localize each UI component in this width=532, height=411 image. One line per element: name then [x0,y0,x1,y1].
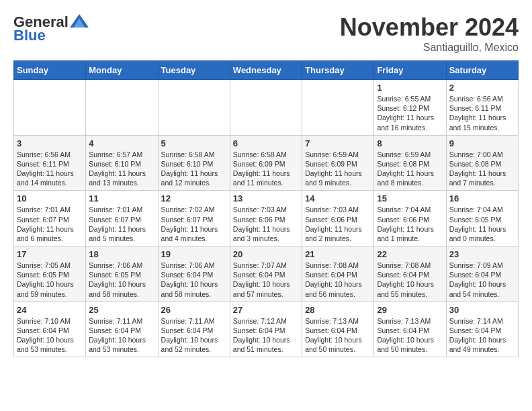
calendar-cell [86,80,158,136]
day-number: 27 [233,305,299,315]
calendar-cell: 11Sunrise: 7:01 AM Sunset: 6:07 PM Dayli… [86,191,158,246]
day-number: 4 [89,138,154,148]
day-info: Sunrise: 7:09 AM Sunset: 6:04 PM Dayligh… [449,261,515,299]
calendar-cell: 13Sunrise: 7:03 AM Sunset: 6:06 PM Dayli… [230,191,302,246]
title-block: November 2024 Santiaguillo, Mexico [340,13,519,54]
day-info: Sunrise: 7:06 AM Sunset: 6:04 PM Dayligh… [161,261,227,299]
day-number: 19 [161,249,227,259]
day-info: Sunrise: 6:58 AM Sunset: 6:09 PM Dayligh… [233,150,299,188]
calendar-week-row: 24Sunrise: 7:10 AM Sunset: 6:04 PM Dayli… [14,302,519,357]
day-info: Sunrise: 7:10 AM Sunset: 6:04 PM Dayligh… [17,316,83,355]
calendar-cell: 27Sunrise: 7:12 AM Sunset: 6:04 PM Dayli… [230,302,302,357]
calendar-cell: 28Sunrise: 7:13 AM Sunset: 6:04 PM Dayli… [302,302,374,357]
calendar-header-friday: Friday [374,61,446,80]
calendar-table: SundayMondayTuesdayWednesdayThursdayFrid… [13,60,519,357]
day-info: Sunrise: 7:08 AM Sunset: 6:04 PM Dayligh… [305,261,371,299]
day-number: 9 [449,138,515,148]
day-info: Sunrise: 6:59 AM Sunset: 6:08 PM Dayligh… [377,150,443,188]
calendar-cell: 30Sunrise: 7:14 AM Sunset: 6:04 PM Dayli… [446,302,518,357]
day-info: Sunrise: 6:58 AM Sunset: 6:10 PM Dayligh… [161,150,227,188]
calendar-cell: 20Sunrise: 7:07 AM Sunset: 6:04 PM Dayli… [230,246,302,302]
day-number: 8 [377,138,443,148]
day-number: 24 [17,305,83,315]
day-number: 15 [377,193,443,203]
day-info: Sunrise: 7:01 AM Sunset: 6:07 PM Dayligh… [17,205,83,243]
calendar-header-row: SundayMondayTuesdayWednesdayThursdayFrid… [14,61,519,80]
calendar-cell: 16Sunrise: 7:04 AM Sunset: 6:05 PM Dayli… [446,191,518,246]
day-number: 21 [305,249,371,259]
calendar-cell [302,80,374,136]
day-info: Sunrise: 7:01 AM Sunset: 6:07 PM Dayligh… [89,205,154,243]
calendar-cell: 14Sunrise: 7:03 AM Sunset: 6:06 PM Dayli… [302,191,374,246]
calendar-cell: 6Sunrise: 6:58 AM Sunset: 6:09 PM Daylig… [230,135,302,191]
day-number: 28 [305,305,371,315]
calendar-cell: 21Sunrise: 7:08 AM Sunset: 6:04 PM Dayli… [302,246,374,302]
day-info: Sunrise: 7:03 AM Sunset: 6:06 PM Dayligh… [305,205,371,243]
calendar-cell: 24Sunrise: 7:10 AM Sunset: 6:04 PM Dayli… [14,302,86,357]
day-number: 6 [233,138,299,148]
calendar-week-row: 10Sunrise: 7:01 AM Sunset: 6:07 PM Dayli… [14,191,519,246]
calendar-cell: 26Sunrise: 7:11 AM Sunset: 6:04 PM Dayli… [158,302,230,357]
logo-blue-text: Blue [13,27,46,44]
calendar-cell: 3Sunrise: 6:56 AM Sunset: 6:11 PM Daylig… [14,135,86,191]
day-info: Sunrise: 6:55 AM Sunset: 6:12 PM Dayligh… [377,94,443,132]
location-subtitle: Santiaguillo, Mexico [340,42,519,54]
calendar-cell: 19Sunrise: 7:06 AM Sunset: 6:04 PM Dayli… [158,246,230,302]
day-info: Sunrise: 7:12 AM Sunset: 6:04 PM Dayligh… [233,316,299,355]
day-info: Sunrise: 7:11 AM Sunset: 6:04 PM Dayligh… [161,316,227,355]
day-info: Sunrise: 7:00 AM Sunset: 6:08 PM Dayligh… [449,150,515,188]
day-info: Sunrise: 7:03 AM Sunset: 6:06 PM Dayligh… [233,205,299,243]
page-header: General Blue November 2024 Santiaguillo,… [13,13,519,54]
calendar-header-tuesday: Tuesday [158,61,230,80]
day-info: Sunrise: 6:56 AM Sunset: 6:11 PM Dayligh… [449,94,515,132]
day-number: 29 [377,305,443,315]
calendar-cell: 7Sunrise: 6:59 AM Sunset: 6:09 PM Daylig… [302,135,374,191]
calendar-cell: 2Sunrise: 6:56 AM Sunset: 6:11 PM Daylig… [446,80,518,136]
day-number: 13 [233,193,299,203]
calendar-cell: 8Sunrise: 6:59 AM Sunset: 6:08 PM Daylig… [374,135,446,191]
day-info: Sunrise: 7:08 AM Sunset: 6:04 PM Dayligh… [377,261,443,299]
day-number: 22 [377,249,443,259]
day-number: 2 [449,83,515,93]
calendar-cell: 12Sunrise: 7:02 AM Sunset: 6:07 PM Dayli… [158,191,230,246]
day-info: Sunrise: 7:11 AM Sunset: 6:04 PM Dayligh… [89,316,154,355]
calendar-cell: 10Sunrise: 7:01 AM Sunset: 6:07 PM Dayli… [14,191,86,246]
calendar-cell: 9Sunrise: 7:00 AM Sunset: 6:08 PM Daylig… [446,135,518,191]
calendar-header-sunday: Sunday [14,61,86,80]
calendar-week-row: 17Sunrise: 7:05 AM Sunset: 6:05 PM Dayli… [14,246,519,302]
month-title: November 2024 [340,13,519,42]
day-info: Sunrise: 7:02 AM Sunset: 6:07 PM Dayligh… [161,205,227,243]
calendar-week-row: 1Sunrise: 6:55 AM Sunset: 6:12 PM Daylig… [14,80,519,136]
day-info: Sunrise: 7:04 AM Sunset: 6:05 PM Dayligh… [449,205,515,243]
calendar-cell: 1Sunrise: 6:55 AM Sunset: 6:12 PM Daylig… [374,80,446,136]
day-info: Sunrise: 7:06 AM Sunset: 6:05 PM Dayligh… [89,261,154,299]
calendar-header-monday: Monday [86,61,158,80]
day-info: Sunrise: 7:13 AM Sunset: 6:04 PM Dayligh… [305,316,371,355]
calendar-cell: 4Sunrise: 6:57 AM Sunset: 6:10 PM Daylig… [86,135,158,191]
day-number: 30 [449,305,515,315]
day-number: 23 [449,249,515,259]
day-info: Sunrise: 7:13 AM Sunset: 6:04 PM Dayligh… [377,316,443,355]
day-info: Sunrise: 6:57 AM Sunset: 6:10 PM Dayligh… [89,150,154,188]
day-info: Sunrise: 7:14 AM Sunset: 6:04 PM Dayligh… [449,316,515,355]
day-number: 25 [89,305,154,315]
day-number: 5 [161,138,227,148]
day-number: 12 [161,193,227,203]
calendar-cell: 17Sunrise: 7:05 AM Sunset: 6:05 PM Dayli… [14,246,86,302]
logo: General Blue [13,13,89,44]
day-number: 7 [305,138,371,148]
day-info: Sunrise: 7:07 AM Sunset: 6:04 PM Dayligh… [233,261,299,299]
day-info: Sunrise: 6:56 AM Sunset: 6:11 PM Dayligh… [17,150,83,188]
day-number: 10 [17,193,83,203]
calendar-cell: 23Sunrise: 7:09 AM Sunset: 6:04 PM Dayli… [446,246,518,302]
day-number: 14 [305,193,371,203]
day-info: Sunrise: 7:04 AM Sunset: 6:06 PM Dayligh… [377,205,443,243]
calendar-cell: 18Sunrise: 7:06 AM Sunset: 6:05 PM Dayli… [86,246,158,302]
calendar-header-saturday: Saturday [446,61,518,80]
calendar-cell: 5Sunrise: 6:58 AM Sunset: 6:10 PM Daylig… [158,135,230,191]
day-number: 11 [89,193,154,203]
day-info: Sunrise: 7:05 AM Sunset: 6:05 PM Dayligh… [17,261,83,299]
day-number: 17 [17,249,83,259]
day-number: 3 [17,138,83,148]
calendar-cell [230,80,302,136]
